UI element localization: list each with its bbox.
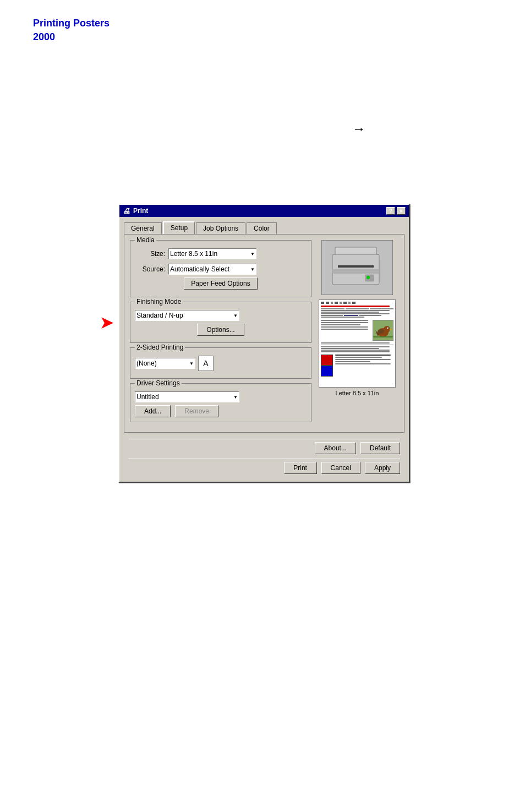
default-button[interactable]: Default	[360, 442, 400, 454]
size-select-arrow: ▼	[250, 252, 255, 257]
dialog-titlebar: 🖨 Print ? ×	[119, 205, 409, 217]
separator2	[128, 459, 400, 459]
source-label: Source:	[135, 265, 165, 273]
titlebar-left: 🖨 Print	[123, 206, 148, 215]
arrow-icon: →	[352, 121, 365, 137]
source-row: Source: Automatically Select ▼	[135, 264, 307, 275]
driver-select-arrow: ▼	[233, 395, 238, 400]
finishing-select-arrow: ▼	[233, 313, 238, 318]
tab-general[interactable]: General	[124, 222, 162, 234]
finishing-select[interactable]: Standard / N-up ▼	[135, 310, 239, 321]
printer-title-icon: 🖨	[123, 206, 130, 215]
source-select-arrow: ▼	[250, 267, 255, 272]
help-button[interactable]: ?	[386, 207, 395, 215]
paper-size-label: Letter 8.5 x 11in	[336, 390, 379, 396]
two-sided-label: 2-Sided Printing	[135, 344, 185, 351]
svg-rect-2	[338, 265, 374, 268]
printer-svg	[327, 244, 387, 291]
two-sided-arrow: ▼	[189, 361, 194, 366]
tab-job-options[interactable]: Job Options	[196, 222, 245, 234]
dialog-title: Print	[133, 207, 148, 215]
tab-setup[interactable]: Setup	[163, 221, 195, 234]
dialog-bottom: About... Default Print Cancel Apply	[124, 433, 404, 477]
left-column: Media Size: Letter 8.5 x 11in ▼ Source:	[130, 240, 311, 427]
preview-content	[319, 300, 395, 387]
separator	[128, 439, 400, 439]
two-sided-group: 2-Sided Printing (None) ▼ A	[130, 347, 311, 379]
paper-feed-options-button[interactable]: Paper Feed Options	[184, 277, 257, 290]
add-remove-row: Add... Remove	[135, 405, 307, 417]
svg-point-11	[388, 328, 389, 329]
preview-area	[319, 299, 396, 388]
driver-settings-group: Driver Settings Untitled ▼ Add... Remove	[130, 383, 311, 422]
driver-settings-label: Driver Settings	[135, 379, 182, 387]
finishing-group-label: Finishing Mode	[135, 298, 183, 306]
options-button[interactable]: Options...	[197, 324, 244, 336]
printer-image	[321, 240, 393, 295]
print-button[interactable]: Print	[284, 462, 317, 474]
finishing-row: Standard / N-up ▼	[135, 310, 307, 321]
red-arrow-icon: ➤	[100, 313, 113, 331]
apply-button[interactable]: Apply	[365, 462, 400, 474]
tab-content-setup: Media Size: Letter 8.5 x 11in ▼ Source:	[124, 234, 404, 433]
tab-bar: General Setup Job Options Color	[124, 221, 404, 234]
tab-color[interactable]: Color	[247, 222, 277, 234]
print-dialog: 🖨 Print ? × General Setup Job Options Co…	[118, 204, 410, 483]
cancel-button[interactable]: Cancel	[321, 462, 360, 474]
action-buttons: Print Cancel Apply	[128, 462, 400, 474]
about-default-row: About... Default	[128, 442, 400, 454]
about-button[interactable]: About...	[315, 442, 356, 454]
close-button[interactable]: ×	[397, 207, 406, 215]
source-select[interactable]: Automatically Select ▼	[168, 264, 256, 275]
media-group-label: Media	[135, 236, 156, 244]
remove-button[interactable]: Remove	[175, 405, 218, 417]
finishing-mode-group: Finishing Mode ➤ Standard / N-up ▼ Optio…	[130, 302, 311, 343]
svg-point-8	[384, 326, 390, 333]
two-sided-icon: A	[198, 356, 214, 371]
dialog-body: General Setup Job Options Color Media	[119, 217, 409, 482]
driver-row: Untitled ▼	[135, 391, 307, 402]
svg-point-5	[367, 276, 370, 279]
two-sided-row: (None) ▼ A	[135, 356, 307, 371]
main-content: Media Size: Letter 8.5 x 11in ▼ Source:	[130, 240, 398, 427]
page-title: Printing Posters 2000	[33, 17, 110, 44]
add-button[interactable]: Add...	[135, 405, 171, 417]
driver-select[interactable]: Untitled ▼	[135, 391, 239, 402]
two-sided-select[interactable]: (None) ▼	[135, 358, 195, 369]
titlebar-buttons: ? ×	[386, 207, 406, 215]
svg-rect-4	[332, 269, 379, 274]
size-label: Size:	[135, 250, 165, 258]
right-column: Letter 8.5 x 11in	[316, 240, 398, 427]
bird-svg	[373, 320, 393, 340]
size-select[interactable]: Letter 8.5 x 11in ▼	[168, 248, 256, 259]
size-row: Size: Letter 8.5 x 11in ▼	[135, 248, 307, 259]
media-group: Media Size: Letter 8.5 x 11in ▼ Source:	[130, 240, 311, 297]
